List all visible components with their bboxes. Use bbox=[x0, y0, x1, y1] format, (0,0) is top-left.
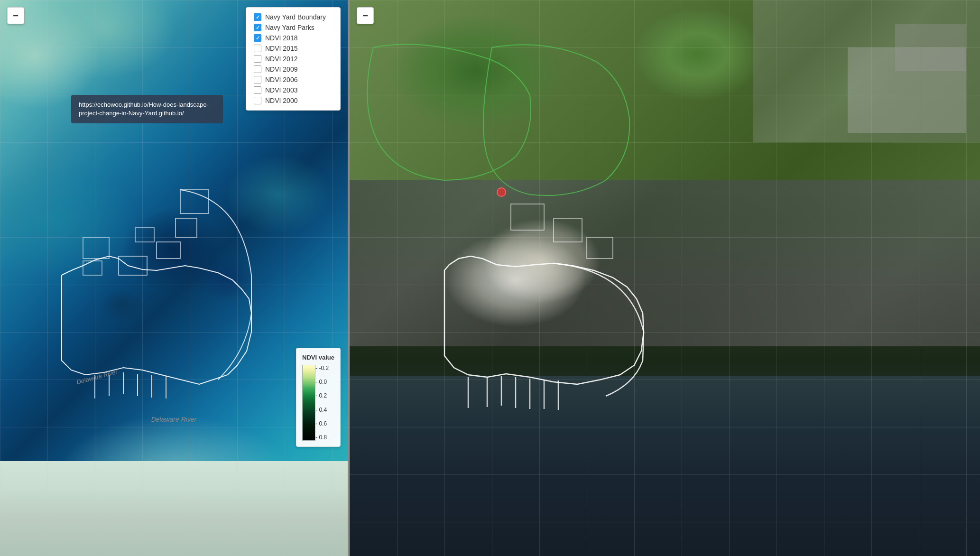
svg-rect-14 bbox=[554, 218, 582, 242]
legend-label-5: - 0.8 bbox=[315, 434, 329, 441]
layer-label-ndvi-2000: NDVI 2000 bbox=[265, 97, 297, 104]
svg-rect-5 bbox=[83, 237, 109, 259]
layer-label-ndvi-2003: NDVI 2003 bbox=[265, 86, 297, 94]
layer-ndvi-2003[interactable]: NDVI 2003 bbox=[254, 86, 333, 94]
checkbox-navy-yard-boundary[interactable] bbox=[254, 13, 261, 21]
checkbox-ndvi-2015[interactable] bbox=[254, 45, 261, 52]
layer-ndvi-2000[interactable]: NDVI 2000 bbox=[254, 97, 333, 104]
url-tooltip: https://echowoo.github.io/How-does-lands… bbox=[71, 95, 223, 123]
ndvi-legend: NDVI value - -0.2 - 0.0 - 0.2 - 0.4 - 0.… bbox=[296, 348, 341, 447]
checkbox-ndvi-2009[interactable] bbox=[254, 65, 261, 73]
svg-rect-13 bbox=[511, 204, 544, 230]
location-marker bbox=[497, 187, 506, 197]
legend-label-3: - 0.4 bbox=[315, 407, 329, 413]
layer-label-navy-yard-boundary: Navy Yard Boundary bbox=[265, 13, 326, 21]
ndvi-legend-labels: - -0.2 - 0.0 - 0.2 - 0.4 - 0.6 - 0.8 bbox=[315, 365, 329, 441]
layer-label-ndvi-2015: NDVI 2015 bbox=[265, 45, 297, 52]
svg-rect-6 bbox=[83, 261, 102, 275]
checkbox-navy-yard-parks[interactable] bbox=[254, 24, 261, 31]
layer-label-ndvi-2012: NDVI 2012 bbox=[265, 55, 297, 63]
svg-rect-15 bbox=[587, 237, 613, 259]
zoom-out-button-left[interactable]: − bbox=[7, 7, 24, 24]
ndvi-legend-title: NDVI value bbox=[302, 354, 334, 361]
checkbox-ndvi-2006[interactable] bbox=[254, 76, 261, 83]
checkbox-ndvi-2003[interactable] bbox=[254, 86, 261, 94]
ndvi-color-gradient bbox=[302, 365, 315, 441]
layer-label-ndvi-2018: NDVI 2018 bbox=[265, 34, 297, 42]
legend-label-0: - -0.2 bbox=[315, 365, 329, 371]
layer-label-navy-yard-parks: Navy Yard Parks bbox=[265, 24, 314, 31]
ndvi-legend-bar: - -0.2 - 0.0 - 0.2 - 0.4 - 0.6 - 0.8 bbox=[302, 365, 334, 441]
checkbox-ndvi-2018[interactable] bbox=[254, 34, 261, 42]
svg-rect-3 bbox=[135, 228, 154, 242]
right-map-panel: − bbox=[350, 0, 980, 556]
layer-ndvi-2009[interactable]: NDVI 2009 bbox=[254, 65, 333, 73]
url-text: https://echowoo.github.io/How-does-lands… bbox=[79, 101, 209, 117]
layer-label-ndvi-2006: NDVI 2006 bbox=[265, 76, 297, 83]
layer-ndvi-2006[interactable]: NDVI 2006 bbox=[254, 76, 333, 83]
layer-navy-yard-boundary[interactable]: Navy Yard Boundary bbox=[254, 13, 333, 21]
svg-rect-4 bbox=[119, 256, 147, 275]
layer-control-panel: Navy Yard Boundary Navy Yard Parks NDVI … bbox=[246, 7, 341, 111]
svg-rect-2 bbox=[157, 242, 180, 259]
checkbox-ndvi-2012[interactable] bbox=[254, 55, 261, 63]
checkbox-ndvi-2000[interactable] bbox=[254, 97, 261, 104]
layer-navy-yard-parks[interactable]: Navy Yard Parks bbox=[254, 24, 333, 31]
river-label-main: Delaware River bbox=[151, 416, 197, 423]
zoom-out-button-right[interactable]: − bbox=[357, 7, 374, 24]
layer-ndvi-2015[interactable]: NDVI 2015 bbox=[254, 45, 333, 52]
legend-label-4: - 0.6 bbox=[315, 420, 329, 427]
left-map-panel: Delaware River Delaware River − Navy Yar… bbox=[0, 0, 348, 556]
legend-label-2: - 0.2 bbox=[315, 392, 329, 399]
layer-ndvi-2018[interactable]: NDVI 2018 bbox=[254, 34, 333, 42]
svg-rect-1 bbox=[176, 218, 197, 237]
layer-ndvi-2012[interactable]: NDVI 2012 bbox=[254, 55, 333, 63]
legend-label-1: - 0.0 bbox=[315, 379, 329, 385]
layer-label-ndvi-2009: NDVI 2009 bbox=[265, 65, 297, 73]
satellite-boundary-svg bbox=[350, 0, 980, 556]
